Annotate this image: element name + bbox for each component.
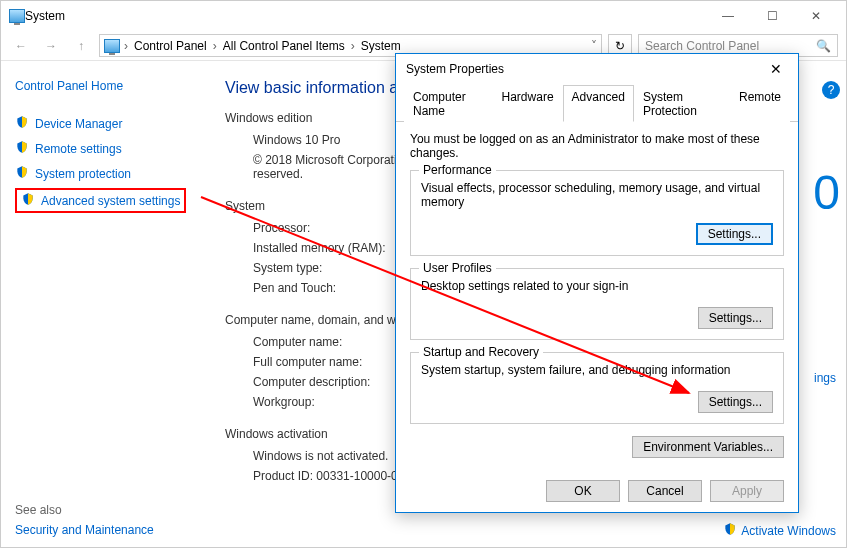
performance-title: Performance bbox=[419, 163, 496, 177]
control-panel-icon bbox=[104, 39, 120, 53]
tab-system-protection[interactable]: System Protection bbox=[634, 85, 730, 122]
user-profiles-desc: Desktop settings related to your sign-in bbox=[421, 279, 773, 293]
titlebar: System — ☐ ✕ bbox=[1, 1, 846, 31]
activate-windows-link[interactable]: Activate Windows bbox=[723, 522, 836, 539]
apply-button[interactable]: Apply bbox=[710, 480, 784, 502]
breadcrumb-control-panel[interactable]: Control Panel bbox=[132, 39, 209, 53]
user-profiles-groupbox: User Profiles Desktop settings related t… bbox=[410, 268, 784, 340]
sidebar: Control Panel Home Device Manager Remote… bbox=[1, 61, 211, 545]
tab-hardware[interactable]: Hardware bbox=[493, 85, 563, 122]
startup-desc: System startup, system failure, and debu… bbox=[421, 363, 773, 377]
shield-icon bbox=[15, 165, 29, 182]
sidebar-item-advanced-highlighted[interactable]: Advanced system settings bbox=[15, 188, 186, 213]
search-placeholder: Search Control Panel bbox=[645, 39, 759, 53]
chevron-down-icon[interactable]: ˅ bbox=[591, 39, 597, 53]
settings-link-partial[interactable]: ings bbox=[814, 371, 836, 385]
user-profiles-title: User Profiles bbox=[419, 261, 496, 275]
shield-icon bbox=[15, 115, 29, 132]
shield-icon bbox=[15, 140, 29, 157]
dialog-title: System Properties bbox=[406, 62, 504, 76]
performance-settings-button[interactable]: Settings... bbox=[696, 223, 773, 245]
up-button[interactable]: ↑ bbox=[69, 34, 93, 58]
user-profiles-settings-button[interactable]: Settings... bbox=[698, 307, 773, 329]
see-also-label: See also bbox=[15, 503, 62, 517]
startup-recovery-groupbox: Startup and Recovery System startup, sys… bbox=[410, 352, 784, 424]
tab-remote[interactable]: Remote bbox=[730, 85, 790, 122]
windows-logo-partial: 0 bbox=[813, 165, 840, 220]
dialog-close-button[interactable]: ✕ bbox=[764, 57, 788, 81]
sidebar-label: Device Manager bbox=[35, 117, 122, 131]
startup-settings-button[interactable]: Settings... bbox=[698, 391, 773, 413]
cancel-button[interactable]: Cancel bbox=[628, 480, 702, 502]
chevron-right-icon: › bbox=[211, 39, 219, 53]
minimize-button[interactable]: — bbox=[706, 1, 750, 31]
system-icon bbox=[9, 9, 25, 23]
breadcrumb-system[interactable]: System bbox=[359, 39, 403, 53]
chevron-right-icon: › bbox=[122, 39, 130, 53]
sidebar-label: System protection bbox=[35, 167, 131, 181]
shield-icon bbox=[723, 522, 737, 539]
maximize-button[interactable]: ☐ bbox=[750, 1, 794, 31]
sidebar-item-system-protection[interactable]: System protection bbox=[15, 161, 203, 186]
sidebar-item-remote-settings[interactable]: Remote settings bbox=[15, 136, 203, 161]
startup-title: Startup and Recovery bbox=[419, 345, 543, 359]
sidebar-item-device-manager[interactable]: Device Manager bbox=[15, 111, 203, 136]
control-panel-home-link[interactable]: Control Panel Home bbox=[15, 79, 203, 93]
search-icon: 🔍 bbox=[816, 39, 831, 53]
system-properties-dialog: System Properties ✕ Computer Name Hardwa… bbox=[395, 53, 799, 513]
back-button[interactable]: ← bbox=[9, 34, 33, 58]
environment-variables-button[interactable]: Environment Variables... bbox=[632, 436, 784, 458]
dialog-tabs: Computer Name Hardware Advanced System P… bbox=[396, 84, 798, 122]
window-title: System bbox=[25, 9, 706, 23]
security-maintenance-link[interactable]: Security and Maintenance bbox=[15, 523, 154, 537]
help-icon[interactable]: ? bbox=[822, 81, 840, 99]
chevron-right-icon: › bbox=[349, 39, 357, 53]
sidebar-label: Advanced system settings bbox=[41, 194, 180, 208]
forward-button[interactable]: → bbox=[39, 34, 63, 58]
close-button[interactable]: ✕ bbox=[794, 1, 838, 31]
shield-icon bbox=[21, 192, 35, 209]
tab-advanced[interactable]: Advanced bbox=[563, 85, 634, 122]
breadcrumb-all-items[interactable]: All Control Panel Items bbox=[221, 39, 347, 53]
sidebar-label: Remote settings bbox=[35, 142, 122, 156]
tab-computer-name[interactable]: Computer Name bbox=[404, 85, 493, 122]
dialog-titlebar: System Properties ✕ bbox=[396, 54, 798, 84]
performance-groupbox: Performance Visual effects, processor sc… bbox=[410, 170, 784, 256]
performance-desc: Visual effects, processor scheduling, me… bbox=[421, 181, 773, 209]
ok-button[interactable]: OK bbox=[546, 480, 620, 502]
admin-note: You must be logged on as an Administrato… bbox=[410, 132, 784, 160]
